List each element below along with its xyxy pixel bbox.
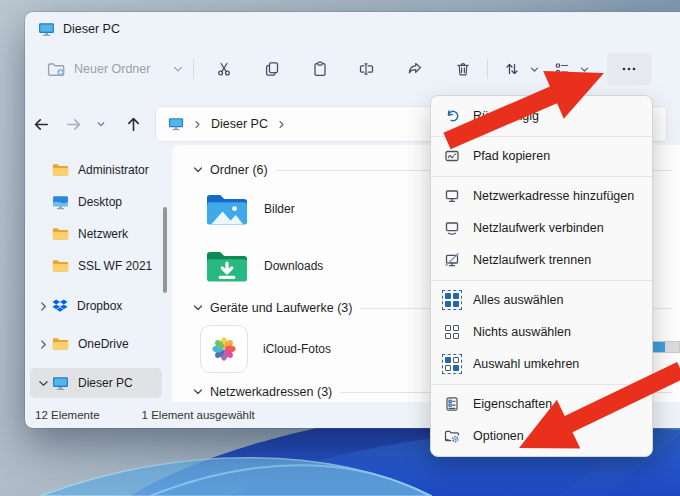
menu-item-label: Eigenschaften bbox=[473, 397, 552, 411]
chevron-down-icon bbox=[96, 119, 106, 129]
menu-item-eigenschaften[interactable]: Eigenschaften bbox=[431, 388, 652, 420]
menu-separator bbox=[431, 136, 652, 137]
tile-bilder[interactable]: Bilder bbox=[205, 191, 295, 227]
copy-button[interactable] bbox=[258, 53, 286, 85]
view-chevron[interactable] bbox=[575, 53, 593, 85]
this-pc-icon bbox=[38, 22, 55, 37]
sidebar-item-netzwerk[interactable]: Netzwerk bbox=[30, 219, 162, 249]
menu-item-alles-auswaehlen[interactable]: Alles auswählen bbox=[431, 284, 652, 316]
group-label: Netzwerkadressen (3) bbox=[210, 385, 332, 399]
sidebar-item-dropbox[interactable]: Dropbox bbox=[30, 291, 162, 321]
menu-item-label: Netzlaufwerk verbinden bbox=[473, 221, 604, 235]
sidebar-item-label: OneDrive bbox=[78, 337, 129, 351]
menu-separator bbox=[431, 280, 652, 281]
menu-item-nichts-auswaehlen[interactable]: Nichts auswählen bbox=[431, 316, 652, 348]
select-none-icon bbox=[444, 324, 460, 340]
sidebar-item-dieser-pc[interactable]: Dieser PC bbox=[30, 368, 162, 398]
chevron-down-icon bbox=[193, 165, 203, 175]
desktop-icon bbox=[52, 195, 69, 210]
sidebar-item-label: Netzwerk bbox=[78, 227, 128, 241]
forward-button[interactable] bbox=[61, 112, 85, 136]
more-options-button[interactable] bbox=[607, 53, 651, 85]
paste-button[interactable] bbox=[306, 53, 334, 85]
sort-chevron[interactable] bbox=[525, 53, 543, 85]
chevron-down-icon bbox=[193, 303, 203, 313]
tile-label: Bilder bbox=[264, 202, 295, 216]
share-button[interactable] bbox=[401, 53, 429, 85]
chevron-down-icon bbox=[193, 387, 203, 397]
toolbar-divider bbox=[193, 59, 194, 79]
desktop: Dieser PC Neuer Ordner bbox=[0, 0, 680, 496]
chevron-right-icon[interactable] bbox=[34, 339, 52, 350]
chevron-down-icon bbox=[172, 63, 184, 75]
downloads-folder-icon bbox=[205, 248, 249, 284]
tile-downloads[interactable]: Downloads bbox=[205, 248, 323, 284]
rename-icon bbox=[359, 61, 375, 77]
menu-item-label: Optionen bbox=[473, 429, 524, 443]
group-label: Ordner (6) bbox=[210, 163, 268, 177]
new-folder-icon bbox=[47, 61, 66, 78]
breadcrumb-location[interactable]: Dieser PC bbox=[211, 117, 268, 131]
menu-item-label: Nichts auswählen bbox=[473, 325, 571, 339]
tile-icloud-fotos[interactable]: iCloud-Fotos bbox=[200, 325, 331, 373]
sidebar-item-desktop[interactable]: Desktop bbox=[30, 187, 162, 217]
rename-button[interactable] bbox=[353, 53, 381, 85]
disconnect-network-drive-icon bbox=[444, 252, 460, 268]
this-pc-icon bbox=[52, 376, 69, 391]
share-icon bbox=[407, 61, 423, 77]
chevron-right-icon[interactable] bbox=[34, 301, 52, 312]
folder-icon bbox=[52, 259, 69, 273]
view-button[interactable] bbox=[548, 53, 576, 85]
chevron-down-icon[interactable] bbox=[34, 379, 52, 388]
toolbar-divider bbox=[487, 59, 488, 79]
folder-icon bbox=[52, 163, 69, 177]
undo-icon bbox=[444, 108, 460, 124]
back-icon bbox=[33, 116, 50, 133]
new-folder-label: Neuer Ordner bbox=[74, 62, 150, 76]
delete-button[interactable] bbox=[449, 53, 477, 85]
sidebar-item-label: Dieser PC bbox=[78, 376, 133, 390]
sort-button[interactable] bbox=[498, 53, 526, 85]
menu-item-pfad-kopieren[interactable]: Pfad kopieren bbox=[431, 140, 652, 172]
view-icon bbox=[554, 61, 570, 77]
titlebar[interactable]: Dieser PC bbox=[25, 12, 680, 46]
this-pc-icon bbox=[168, 117, 184, 131]
menu-item-label: Pfad kopieren bbox=[473, 149, 550, 163]
back-button[interactable] bbox=[29, 112, 53, 136]
sidebar-scrollbar[interactable] bbox=[163, 207, 167, 293]
breadcrumb-chevron-icon[interactable] bbox=[277, 120, 286, 129]
paste-icon bbox=[312, 61, 328, 77]
menu-item-optionen[interactable]: Optionen bbox=[431, 420, 652, 452]
options-icon bbox=[444, 428, 460, 444]
delete-icon bbox=[455, 61, 471, 77]
menu-item-label: Alles auswählen bbox=[473, 293, 563, 307]
sidebar-item-onedrive[interactable]: OneDrive bbox=[30, 329, 162, 359]
menu-item-netzlaufwerk-verbinden[interactable]: Netzlaufwerk verbinden bbox=[431, 212, 652, 244]
chevron-down-icon bbox=[529, 64, 540, 75]
selection-count: 1 Element ausgewählt bbox=[142, 409, 255, 421]
menu-item-auswahl-umkehren[interactable]: Auswahl umkehren bbox=[431, 348, 652, 380]
pictures-folder-icon bbox=[205, 191, 249, 227]
breadcrumb-chevron-icon bbox=[193, 120, 202, 129]
cut-icon bbox=[216, 61, 232, 77]
menu-item-netzlaufwerk-trennen[interactable]: Netzlaufwerk trennen bbox=[431, 244, 652, 276]
new-folder-button[interactable]: Neuer Ordner bbox=[43, 53, 188, 85]
select-all-icon bbox=[444, 292, 460, 308]
sidebar-item-label: SSL WF 2021 bbox=[78, 259, 152, 273]
copy-path-icon bbox=[444, 148, 460, 164]
up-icon bbox=[125, 116, 142, 133]
properties-icon bbox=[444, 396, 460, 412]
items-count: 12 Elemente bbox=[35, 409, 100, 421]
menu-item-rueckgaengig[interactable]: Rückgängig bbox=[431, 100, 652, 132]
sidebar-item-label: Administrator bbox=[78, 163, 149, 177]
sidebar-item-administrator[interactable]: Administrator bbox=[30, 155, 162, 185]
folder-icon bbox=[52, 337, 69, 351]
recent-locations-chevron[interactable] bbox=[91, 112, 111, 136]
up-button[interactable] bbox=[121, 112, 145, 136]
menu-separator bbox=[431, 176, 652, 177]
sidebar-item-ssl-wf-2021[interactable]: SSL WF 2021 bbox=[30, 251, 162, 281]
menu-item-netzwerkadresse-hinzufuegen[interactable]: Netzwerkadresse hinzufügen bbox=[431, 180, 652, 212]
more-options-icon bbox=[620, 61, 638, 77]
sidebar-item-label: Desktop bbox=[78, 195, 122, 209]
cut-button[interactable] bbox=[210, 53, 238, 85]
